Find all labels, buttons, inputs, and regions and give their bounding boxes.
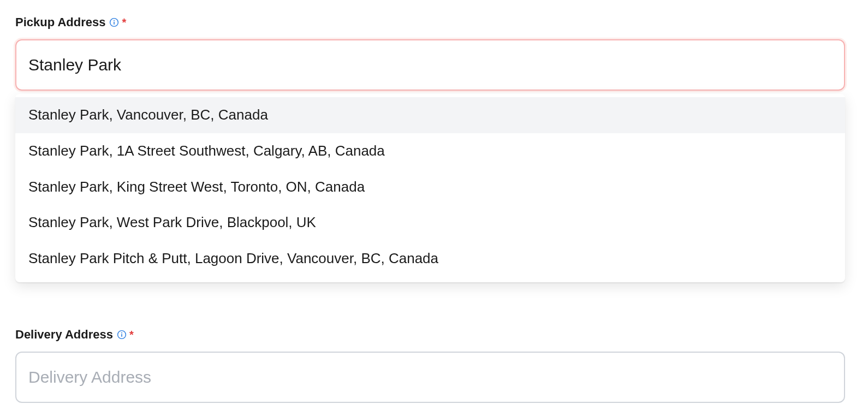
required-marker: *	[122, 16, 126, 29]
required-marker: *	[129, 329, 134, 341]
delivery-address-input[interactable]	[15, 352, 845, 403]
info-icon[interactable]	[109, 17, 120, 28]
pickup-label-text: Pickup Address	[15, 15, 105, 29]
suggestion-item[interactable]: Stanley Park, 1A Street Southwest, Calga…	[15, 133, 845, 169]
suggestion-item[interactable]: Stanley Park, Vancouver, BC, Canada	[15, 97, 845, 133]
delivery-label-text: Delivery Address	[15, 328, 113, 342]
delivery-address-label: Delivery Address *	[15, 328, 853, 342]
svg-point-1	[114, 20, 115, 21]
pickup-address-input[interactable]	[15, 39, 845, 91]
suggestion-item[interactable]: Stanley Park, West Park Drive, Blackpool…	[15, 205, 845, 241]
svg-rect-2	[114, 22, 115, 25]
svg-rect-5	[121, 334, 122, 337]
pickup-address-label: Pickup Address *	[15, 15, 853, 29]
pickup-address-dropdown: Stanley Park, Vancouver, BC, Canada Stan…	[15, 94, 845, 282]
suggestion-item[interactable]: Stanley Park, King Street West, Toronto,…	[15, 169, 845, 205]
svg-point-4	[121, 332, 122, 334]
suggestion-item[interactable]: Stanley Park Pitch & Putt, Lagoon Drive,…	[15, 241, 845, 277]
info-icon[interactable]	[116, 329, 127, 340]
